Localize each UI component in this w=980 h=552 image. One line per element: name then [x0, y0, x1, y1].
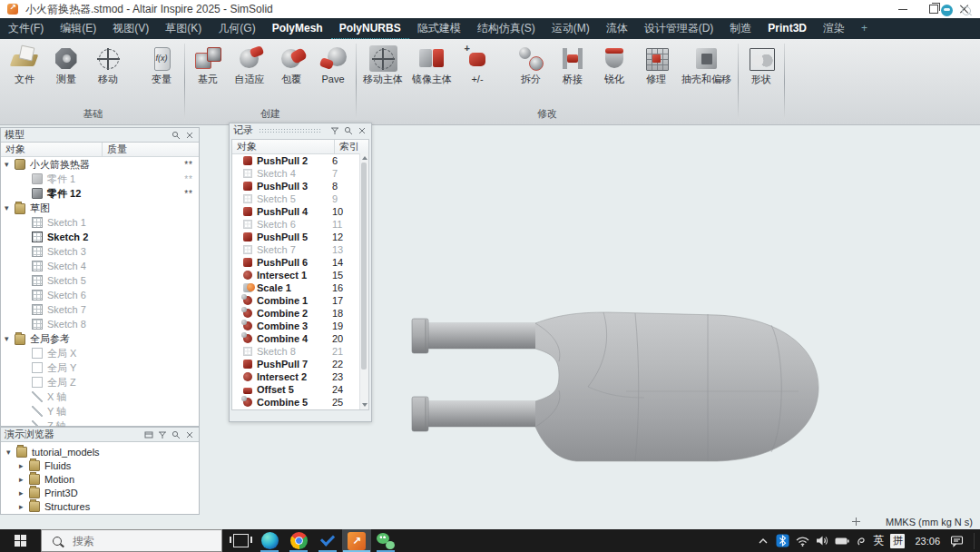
ribbon-tool[interactable]: +/-	[456, 44, 498, 86]
caret-icon[interactable]	[19, 488, 29, 498]
demo-tree-row[interactable]: tutorial_models	[1, 445, 199, 458]
tree-row[interactable]: 零件 12 **	[1, 186, 199, 201]
chevron-up-icon[interactable]	[757, 536, 769, 547]
menu-item[interactable]: 流体	[598, 18, 636, 39]
menu-item[interactable]: PolyMesh	[264, 18, 331, 39]
ribbon-tool[interactable]: 自适应	[229, 44, 270, 86]
close-icon[interactable]	[357, 125, 368, 136]
history-row[interactable]: PushPull 7 22	[232, 358, 368, 370]
tree-row[interactable]: 全局 X	[1, 346, 199, 360]
ribbon-tool[interactable]: 拆分	[510, 44, 552, 86]
history-row[interactable]: PushPull 5 12	[232, 231, 368, 243]
menu-item[interactable]: 编辑(E)	[52, 18, 104, 39]
battery-icon[interactable]	[835, 537, 849, 546]
notification-icon[interactable]	[950, 535, 964, 547]
history-row[interactable]: Sketch 6 11	[232, 218, 368, 231]
ribbon-tool[interactable]: 移动	[87, 44, 129, 86]
column-header-mass[interactable]: 质量	[103, 143, 132, 156]
menu-item[interactable]: 制造	[721, 18, 760, 39]
tree-row[interactable]: 零件 1 **	[1, 172, 199, 186]
caret-icon[interactable]	[5, 203, 15, 212]
menu-item[interactable]: 设计管理器(D)	[636, 18, 722, 39]
drag-handle[interactable]	[259, 128, 321, 133]
tree-row[interactable]: 小火箭换热器 **	[1, 157, 199, 172]
ribbon-tool[interactable]: 抽壳和偏移	[677, 44, 736, 86]
history-row[interactable]: Scale 1 16	[232, 281, 368, 294]
search-input[interactable]	[71, 534, 211, 548]
start-button[interactable]	[0, 529, 41, 552]
history-row[interactable]: Combine 5 25	[232, 396, 368, 409]
menu-item[interactable]: 运动(M)	[544, 18, 598, 39]
tree-row[interactable]: 全局参考	[1, 331, 199, 346]
history-row[interactable]: Sketch 5 9	[232, 192, 368, 205]
column-header-object[interactable]: 对象	[1, 143, 103, 156]
close-icon[interactable]	[184, 429, 195, 440]
history-row[interactable]: Combine 3 19	[232, 320, 368, 332]
history-row[interactable]: Sketch 8 21	[232, 345, 368, 358]
scrollbar[interactable]	[359, 153, 368, 409]
search-icon[interactable]	[343, 125, 354, 136]
menu-item[interactable]: +	[853, 18, 876, 39]
chrome-button[interactable]	[284, 529, 313, 552]
tree-row[interactable]: Sketch 7	[1, 302, 199, 317]
tree-row[interactable]: 草图	[1, 201, 199, 215]
ribbon-tool[interactable]: 文件	[4, 44, 45, 86]
volume-icon[interactable]	[816, 535, 828, 547]
check-app-button[interactable]	[313, 529, 342, 552]
menu-item[interactable]: 文件(F)	[0, 18, 52, 39]
find-icon[interactable]	[329, 125, 340, 136]
history-row[interactable]: PushPull 3 8	[232, 180, 368, 192]
ribbon-tool[interactable]: 形状	[740, 44, 782, 86]
edge-button[interactable]	[255, 529, 284, 552]
tree-row[interactable]: Sketch 2	[1, 230, 199, 244]
wifi-icon[interactable]	[796, 536, 809, 547]
menu-item[interactable]: Print3D	[760, 18, 815, 39]
ribbon-tool[interactable]: 包覆	[270, 44, 312, 86]
demo-tree-row[interactable]: Print3D	[1, 486, 199, 499]
history-row[interactable]: Sketch 7 13	[232, 243, 368, 256]
menu-item[interactable]: 渲染	[815, 18, 853, 39]
history-row[interactable]: Combine 2 18	[232, 307, 368, 320]
menu-item[interactable]: PolyNURBS	[331, 18, 409, 39]
column-header-object[interactable]: 对象	[232, 140, 334, 153]
ribbon-tool[interactable]: 锐化	[593, 44, 635, 86]
scroll-up-icon[interactable]	[362, 156, 368, 160]
history-row[interactable]: Combine 1 17	[232, 294, 368, 307]
find-icon[interactable]	[157, 429, 168, 440]
ribbon-tool[interactable]: 测量	[45, 44, 87, 86]
search-icon[interactable]	[171, 429, 181, 440]
history-row[interactable]: Offset 5 24	[232, 383, 368, 396]
demo-tree-row[interactable]: Fluids	[1, 458, 199, 472]
demo-tree-row[interactable]: Motion	[1, 472, 199, 486]
tree-row[interactable]: 全局 Z	[1, 375, 199, 389]
caret-icon[interactable]	[19, 475, 29, 484]
history-row[interactable]: Intersect 1 15	[232, 269, 368, 281]
tree-row[interactable]: Sketch 4	[1, 259, 199, 273]
history-row[interactable]: PushPull 2 6	[232, 154, 368, 167]
caret-icon[interactable]	[5, 334, 15, 343]
clock[interactable]: 23:06	[911, 536, 944, 547]
tree-row[interactable]: Sketch 6	[1, 288, 199, 302]
ribbon-tool[interactable]: 桥接	[552, 44, 593, 86]
clip-icon[interactable]	[856, 535, 867, 547]
tree-row[interactable]: Sketch 3	[1, 244, 199, 259]
ribbon-tool[interactable]: 变量	[141, 44, 182, 86]
ribbon-tool[interactable]: 镜像主体	[407, 44, 456, 86]
scroll-thumb[interactable]	[361, 163, 367, 370]
menu-item[interactable]: 隐式建模	[409, 18, 469, 39]
tree-row[interactable]: Y 轴	[1, 404, 199, 419]
minimize-button[interactable]	[887, 0, 918, 18]
ime-indicator[interactable]: 拼	[890, 534, 905, 548]
caret-icon[interactable]	[19, 502, 29, 511]
demo-tree-row[interactable]: Structures	[1, 499, 199, 513]
tree-row[interactable]: Sketch 1	[1, 215, 199, 230]
menu-item[interactable]: 视图(V)	[104, 18, 157, 39]
inspire-button[interactable]: ↗	[342, 529, 371, 552]
tree-row[interactable]: Sketch 5	[1, 273, 199, 288]
bluetooth-icon[interactable]	[776, 534, 789, 547]
dock-icon[interactable]	[143, 429, 154, 440]
column-header-index[interactable]: 索引	[334, 140, 368, 153]
search-icon[interactable]	[962, 6, 971, 15]
tree-row[interactable]: Sketch 8	[1, 317, 199, 331]
scroll-down-icon[interactable]	[362, 403, 368, 407]
